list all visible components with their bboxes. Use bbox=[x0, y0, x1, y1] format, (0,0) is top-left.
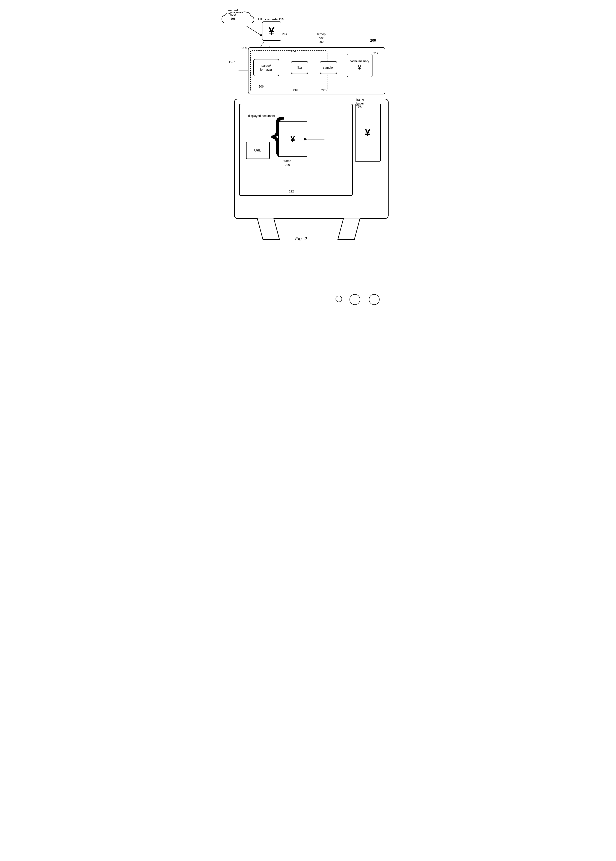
label-220: 220 bbox=[321, 88, 326, 92]
label-212: 212 bbox=[374, 52, 379, 55]
tv-body: displayed document { ¥ frame 226 URL bbox=[234, 99, 388, 219]
yen-icon-framebuffer: ¥ bbox=[365, 126, 371, 139]
tv-foot-left bbox=[257, 218, 280, 240]
frame-box: ¥ bbox=[278, 121, 307, 157]
label-206: 206 bbox=[259, 85, 264, 88]
label-214: 214 bbox=[282, 32, 287, 36]
tv-button-small[interactable] bbox=[336, 295, 342, 302]
parser-formatter-box: parser/ formatter bbox=[253, 59, 279, 76]
frame-label: frame 226 bbox=[284, 159, 291, 167]
tcp-label: TCP bbox=[229, 60, 235, 63]
label-204: 204 bbox=[291, 49, 296, 53]
fig-label: Fig. 2 bbox=[295, 236, 307, 242]
label-200: 200 bbox=[370, 39, 376, 42]
tv-screen: displayed document { ¥ frame 226 URL bbox=[239, 104, 353, 196]
svg-line-4 bbox=[247, 26, 263, 36]
set-top-box-label: set top box 202 bbox=[317, 32, 326, 44]
label-224: 224 bbox=[357, 103, 361, 107]
named-host-label: named host 208 bbox=[228, 8, 238, 21]
tv-button-medium-1[interactable] bbox=[349, 294, 360, 305]
tv-foot-right bbox=[337, 218, 360, 240]
yen-icon-frame: ¥ bbox=[290, 135, 295, 144]
label-222: 222 bbox=[289, 190, 294, 193]
yen-icon-url-contents: ¥ bbox=[269, 25, 275, 37]
cache-memory-box: cache memory ¥ bbox=[347, 53, 372, 77]
url-contents-box: ¥ bbox=[262, 22, 281, 41]
url-tv-box: URL bbox=[246, 142, 270, 159]
sampler-box: sampler bbox=[320, 61, 337, 74]
cache-memory-label: cache memory bbox=[350, 60, 369, 63]
yen-icon-cache: ¥ bbox=[358, 64, 361, 71]
url-contents-label: URL contents 210 bbox=[258, 17, 284, 21]
label-216: 216 bbox=[293, 88, 298, 92]
tv-button-medium-2[interactable] bbox=[369, 294, 380, 305]
filter-box: filter bbox=[291, 61, 308, 74]
url-arrow-label: URL bbox=[242, 46, 248, 50]
frame-buffer-box: ¥ bbox=[355, 104, 380, 162]
